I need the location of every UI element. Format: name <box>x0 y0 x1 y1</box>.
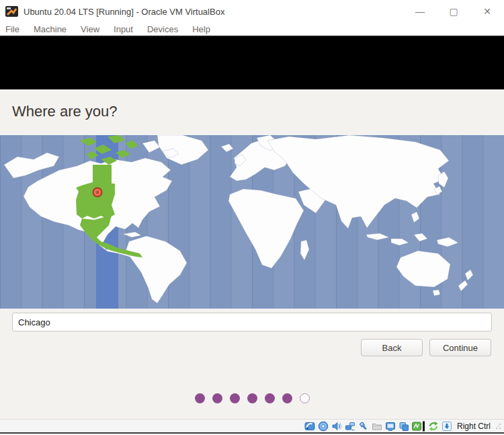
menu-devices[interactable]: Devices <box>147 24 178 34</box>
network-icon[interactable] <box>345 420 356 432</box>
maximize-button[interactable]: ▢ <box>437 0 470 23</box>
host-key-label: Right Ctrl <box>457 422 491 431</box>
continue-button[interactable]: Continue <box>429 339 491 356</box>
hard-disks-icon[interactable] <box>304 420 316 432</box>
window-titlebar: Ubuntu 20.04 LTS [Running] - Oracle VM V… <box>0 0 504 23</box>
page-title: Where are you? <box>12 103 504 120</box>
minimize-button[interactable]: — <box>403 0 437 23</box>
city-marker <box>93 188 102 197</box>
keyboard-icon[interactable] <box>442 420 453 432</box>
features-indicator-icon[interactable] <box>412 420 426 432</box>
menu-bar: File Machine View Input Devices Help <box>0 23 504 37</box>
close-button[interactable]: ✕ <box>470 0 504 23</box>
recording-icon[interactable] <box>398 420 410 432</box>
progress-dot <box>195 393 205 403</box>
window-bottom-edge <box>0 432 504 434</box>
resize-grip[interactable] <box>495 422 501 430</box>
audio-icon[interactable] <box>331 420 343 432</box>
vm-screen-letterbox <box>0 37 504 89</box>
window-title: Ubuntu 20.04 LTS [Running] - Oracle VM V… <box>24 7 403 17</box>
virtualbox-app-icon <box>5 6 18 17</box>
progress-dots <box>0 393 504 403</box>
vm-status-bar: Right Ctrl <box>0 419 504 432</box>
usb-icon[interactable] <box>358 420 370 432</box>
optical-drives-icon[interactable] <box>318 420 329 432</box>
menu-file[interactable]: File <box>5 24 19 34</box>
progress-dot <box>230 393 240 403</box>
installer-panel: Where are you? <box>0 89 504 419</box>
progress-dot <box>300 393 310 403</box>
progress-dot <box>247 393 257 403</box>
mouse-integration-icon[interactable] <box>428 420 439 432</box>
progress-dot <box>282 393 292 403</box>
menu-help[interactable]: Help <box>192 24 210 34</box>
menu-view[interactable]: View <box>81 24 99 34</box>
back-button[interactable]: Back <box>361 339 423 356</box>
menu-machine[interactable]: Machine <box>34 24 67 34</box>
progress-dot <box>212 393 222 403</box>
display-icon[interactable] <box>385 420 396 432</box>
progress-dot <box>265 393 275 403</box>
location-input[interactable] <box>12 313 492 331</box>
menu-input[interactable]: Input <box>114 24 133 34</box>
shared-folders-icon[interactable] <box>372 420 383 432</box>
timezone-map[interactable] <box>0 135 504 309</box>
